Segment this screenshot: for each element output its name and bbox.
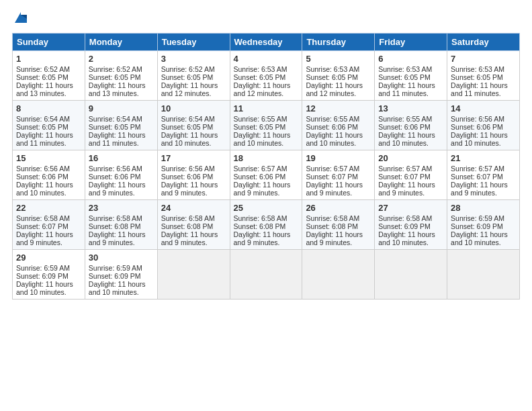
- daylight-text: Daylight: 11 hours and 10 minutes.: [451, 131, 508, 147]
- sunset-text: Sunset: 6:06 PM: [306, 123, 358, 131]
- sunset-text: Sunset: 6:06 PM: [451, 123, 503, 131]
- daylight-text: Daylight: 11 hours and 12 minutes.: [161, 81, 218, 97]
- calendar-cell: 6 Sunrise: 6:53 AM Sunset: 6:05 PM Dayli…: [375, 50, 447, 100]
- day-number: 25: [234, 203, 299, 213]
- sunrise-text: Sunrise: 6:52 AM: [161, 65, 215, 73]
- calendar-week-3: 15 Sunrise: 6:56 AM Sunset: 6:06 PM Dayl…: [13, 150, 520, 199]
- day-number: 3: [161, 54, 226, 64]
- sunset-text: Sunset: 6:09 PM: [16, 272, 69, 280]
- calendar-cell: 30 Sunrise: 6:59 AM Sunset: 6:09 PM Dayl…: [85, 249, 157, 299]
- calendar-cell: 5 Sunrise: 6:53 AM Sunset: 6:05 PM Dayli…: [302, 50, 375, 100]
- day-number: 11: [234, 103, 299, 113]
- daylight-text: Daylight: 11 hours and 9 minutes.: [89, 181, 146, 197]
- daylight-text: Daylight: 11 hours and 11 minutes.: [451, 81, 508, 97]
- daylight-text: Daylight: 11 hours and 11 minutes.: [16, 131, 73, 147]
- calendar-cell: 10 Sunrise: 6:54 AM Sunset: 6:05 PM Dayl…: [157, 100, 230, 150]
- sunset-text: Sunset: 6:05 PM: [306, 73, 358, 81]
- calendar-cell: 28 Sunrise: 6:59 AM Sunset: 6:09 PM Dayl…: [447, 199, 520, 249]
- day-number: 29: [16, 253, 81, 263]
- calendar-week-4: 22 Sunrise: 6:58 AM Sunset: 6:07 PM Dayl…: [13, 199, 520, 249]
- day-number: 15: [16, 153, 81, 163]
- day-number: 10: [161, 103, 226, 113]
- sunset-text: Sunset: 6:07 PM: [306, 173, 358, 181]
- daylight-text: Daylight: 11 hours and 13 minutes.: [16, 81, 73, 97]
- sunrise-text: Sunrise: 6:58 AM: [161, 214, 215, 222]
- calendar-cell: [302, 249, 375, 299]
- calendar-week-5: 29 Sunrise: 6:59 AM Sunset: 6:09 PM Dayl…: [13, 249, 520, 299]
- sunrise-text: Sunrise: 6:53 AM: [451, 65, 504, 73]
- logo: [12, 12, 28, 29]
- day-number: 20: [378, 153, 443, 163]
- calendar-cell: [157, 249, 230, 299]
- day-number: 6: [378, 54, 443, 64]
- calendar-cell: 9 Sunrise: 6:54 AM Sunset: 6:05 PM Dayli…: [85, 100, 157, 150]
- daylight-text: Daylight: 11 hours and 13 minutes.: [89, 81, 146, 97]
- day-number: 27: [378, 203, 443, 213]
- sunrise-text: Sunrise: 6:59 AM: [451, 214, 504, 222]
- daylight-text: Daylight: 11 hours and 9 minutes.: [89, 230, 146, 246]
- sunset-text: Sunset: 6:08 PM: [89, 222, 141, 230]
- calendar-cell: [375, 249, 447, 299]
- sunset-text: Sunset: 6:08 PM: [161, 222, 214, 230]
- daylight-text: Daylight: 11 hours and 9 minutes.: [234, 230, 291, 246]
- daylight-text: Daylight: 11 hours and 10 minutes.: [16, 280, 73, 296]
- sunrise-text: Sunrise: 6:53 AM: [378, 65, 432, 73]
- weekday-header-saturday: Saturday: [447, 33, 520, 50]
- calendar-cell: 15 Sunrise: 6:56 AM Sunset: 6:06 PM Dayl…: [13, 150, 85, 199]
- day-number: 22: [16, 203, 81, 213]
- calendar-cell: 27 Sunrise: 6:58 AM Sunset: 6:09 PM Dayl…: [375, 199, 447, 249]
- calendar-cell: 21 Sunrise: 6:57 AM Sunset: 6:07 PM Dayl…: [447, 150, 520, 199]
- sunrise-text: Sunrise: 6:56 AM: [161, 165, 215, 173]
- day-number: 28: [451, 203, 516, 213]
- day-number: 1: [16, 54, 81, 64]
- sunset-text: Sunset: 6:06 PM: [161, 173, 214, 181]
- sunset-text: Sunset: 6:06 PM: [234, 173, 286, 181]
- sunrise-text: Sunrise: 6:52 AM: [89, 65, 142, 73]
- calendar-cell: 8 Sunrise: 6:54 AM Sunset: 6:05 PM Dayli…: [13, 100, 85, 150]
- sunrise-text: Sunrise: 6:59 AM: [16, 264, 70, 272]
- sunset-text: Sunset: 6:09 PM: [378, 222, 431, 230]
- sunrise-text: Sunrise: 6:59 AM: [89, 264, 142, 272]
- sunrise-text: Sunrise: 6:57 AM: [306, 165, 359, 173]
- day-number: 9: [89, 103, 154, 113]
- weekday-header-friday: Friday: [375, 33, 447, 50]
- weekday-header-row: SundayMondayTuesdayWednesdayThursdayFrid…: [13, 33, 520, 50]
- calendar-cell: 12 Sunrise: 6:55 AM Sunset: 6:06 PM Dayl…: [302, 100, 375, 150]
- daylight-text: Daylight: 11 hours and 10 minutes.: [89, 280, 146, 296]
- sunrise-text: Sunrise: 6:55 AM: [378, 115, 432, 123]
- calendar-cell: 16 Sunrise: 6:56 AM Sunset: 6:06 PM Dayl…: [85, 150, 157, 199]
- calendar-cell: 17 Sunrise: 6:56 AM Sunset: 6:06 PM Dayl…: [157, 150, 230, 199]
- sunrise-text: Sunrise: 6:54 AM: [16, 115, 70, 123]
- sunrise-text: Sunrise: 6:56 AM: [451, 115, 504, 123]
- header: [12, 12, 520, 29]
- daylight-text: Daylight: 11 hours and 12 minutes.: [234, 81, 291, 97]
- daylight-text: Daylight: 11 hours and 10 minutes.: [306, 131, 363, 147]
- sunrise-text: Sunrise: 6:56 AM: [89, 165, 142, 173]
- calendar-cell: 11 Sunrise: 6:55 AM Sunset: 6:05 PM Dayl…: [230, 100, 302, 150]
- sunset-text: Sunset: 6:07 PM: [451, 173, 503, 181]
- sunrise-text: Sunrise: 6:53 AM: [306, 65, 359, 73]
- weekday-header-sunday: Sunday: [13, 33, 85, 50]
- day-number: 8: [16, 103, 81, 113]
- sunrise-text: Sunrise: 6:52 AM: [16, 65, 70, 73]
- sunrise-text: Sunrise: 6:58 AM: [306, 214, 359, 222]
- calendar-cell: 14 Sunrise: 6:56 AM Sunset: 6:06 PM Dayl…: [447, 100, 520, 150]
- logo-text: [12, 12, 28, 29]
- day-number: 21: [451, 153, 516, 163]
- daylight-text: Daylight: 11 hours and 11 minutes.: [378, 81, 435, 97]
- daylight-text: Daylight: 11 hours and 9 minutes.: [161, 230, 218, 246]
- sunset-text: Sunset: 6:05 PM: [234, 123, 286, 131]
- day-number: 30: [89, 253, 154, 263]
- sunset-text: Sunset: 6:05 PM: [451, 73, 503, 81]
- sunset-text: Sunset: 6:05 PM: [161, 73, 214, 81]
- calendar-cell: 24 Sunrise: 6:58 AM Sunset: 6:08 PM Dayl…: [157, 199, 230, 249]
- calendar-body: 1 Sunrise: 6:52 AM Sunset: 6:05 PM Dayli…: [13, 50, 520, 299]
- sunrise-text: Sunrise: 6:57 AM: [234, 165, 287, 173]
- daylight-text: Daylight: 11 hours and 9 minutes.: [234, 181, 291, 197]
- sunset-text: Sunset: 6:05 PM: [16, 123, 69, 131]
- day-number: 2: [89, 54, 154, 64]
- daylight-text: Daylight: 11 hours and 10 minutes.: [16, 181, 73, 197]
- sunset-text: Sunset: 6:05 PM: [89, 73, 141, 81]
- day-number: 4: [234, 54, 299, 64]
- calendar-week-1: 1 Sunrise: 6:52 AM Sunset: 6:05 PM Dayli…: [13, 50, 520, 100]
